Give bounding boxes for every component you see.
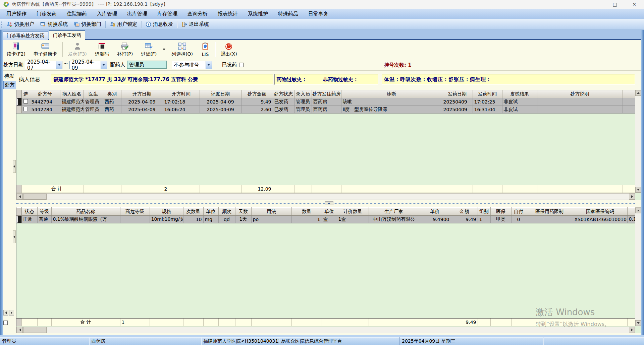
menu-daily-affairs[interactable]: 日常事务: [303, 11, 333, 17]
col-drug-name[interactable]: 药品名称: [51, 208, 120, 216]
grid2-collapse-handle[interactable]: [13, 230, 16, 243]
filter-button[interactable]: 过滤(F): [137, 41, 161, 59]
menu-inventory[interactable]: 库存管理: [152, 11, 182, 17]
column-select-button[interactable]: 列选择(O): [167, 41, 197, 59]
menu-query-analysis[interactable]: 查询分析: [182, 11, 213, 17]
toolbar-grip[interactable]: [1, 21, 2, 28]
prescription-vscrollbar[interactable]: [635, 90, 641, 193]
menu-special-drugs[interactable]: 特殊药品: [273, 11, 303, 17]
prescription-row[interactable]: 5442784 福建师范大 管理员 西药 2025-04-09 16:06:24…: [16, 106, 635, 114]
col-qty[interactable]: 数量: [291, 208, 322, 216]
col-status[interactable]: 状态: [21, 208, 37, 216]
col-route[interactable]: 用法: [251, 208, 291, 216]
switch-department-button[interactable]: 切换部门: [71, 20, 104, 29]
menu-inbound[interactable]: 入库管理: [92, 11, 122, 17]
splitter-collapse-button[interactable]: [325, 201, 333, 205]
col-dose-unit[interactable]: 单位: [203, 208, 218, 216]
col-price-qty[interactable]: 计价数量: [337, 208, 369, 216]
col-spec[interactable]: 规格: [150, 208, 183, 216]
col-rx-amount[interactable]: 处方金额: [241, 90, 273, 98]
date-from-select[interactable]: 2025-04-07: [25, 61, 62, 69]
maximize-button[interactable]: □: [605, 0, 625, 9]
dropdown-button[interactable]: [101, 61, 107, 69]
exit-system-button[interactable]: 退出系统: [178, 20, 212, 29]
rx-panel-button[interactable]: 处方: [3, 81, 16, 89]
menu-system-maintenance[interactable]: 系统维护: [243, 11, 273, 17]
scroll-up-button[interactable]: [635, 208, 641, 213]
scroll-left-button[interactable]: [17, 327, 23, 333]
col-target-pharmacy[interactable]: 处方发往药房: [312, 90, 341, 98]
col-select[interactable]: 选: [21, 90, 30, 98]
col-frequency[interactable]: 频次: [218, 208, 235, 216]
col-diagnosis[interactable]: 诊断: [341, 90, 442, 98]
scroll-down-button[interactable]: [635, 320, 641, 326]
menu-outbound[interactable]: 出库管理: [122, 11, 152, 17]
prescription-row[interactable]: 5442794 福建师范大 管理员 西药 2025-04-09 17:02:18…: [16, 98, 635, 106]
scroll-thumb[interactable]: [23, 327, 47, 333]
col-rx-time[interactable]: 开方时间: [163, 90, 200, 98]
row-select-checkbox[interactable]: [23, 99, 28, 104]
col-category[interactable]: 类别: [103, 90, 121, 98]
col-days[interactable]: 天数: [235, 208, 251, 216]
user-lock-button[interactable]: 用户锁定: [107, 20, 140, 29]
menu-user-ops[interactable]: 用户操作: [1, 11, 32, 17]
col-dispense-time[interactable]: 发药时间: [473, 90, 502, 98]
drug-row[interactable]: 正常 普通 0.1%玻璃酸钠滴眼液（万 10ml:10mg/支 10 mg qd…: [16, 216, 635, 223]
col-skin-test[interactable]: 皮试结果: [502, 90, 537, 98]
dispensed-checkbox[interactable]: [239, 63, 244, 67]
col-doctor[interactable]: 医生: [84, 90, 103, 98]
col-rx-note[interactable]: 处方说明: [537, 90, 623, 98]
col-unit-price[interactable]: 单价: [419, 208, 451, 216]
col-high-risk[interactable]: 高危等级: [120, 208, 150, 216]
col-entry-clerk[interactable]: 录入员: [294, 90, 312, 98]
exit-button[interactable]: 退出(X): [217, 41, 241, 59]
queue-select[interactable]: 不参与排号: [172, 61, 212, 69]
col-insurance[interactable]: 医保: [490, 208, 511, 216]
scroll-right-button[interactable]: [629, 194, 635, 200]
col-rx-date[interactable]: 开方日期: [121, 90, 163, 98]
col-self-pay[interactable]: 自付: [511, 208, 526, 216]
scroll-right-button[interactable]: [629, 327, 635, 333]
drug-hscrollbar[interactable]: [16, 327, 635, 333]
minimize-button[interactable]: —: [586, 0, 605, 9]
col-insurance-limit[interactable]: 医保用药限制: [526, 208, 573, 216]
col-billing-date[interactable]: 记账日期: [200, 90, 241, 98]
col-manufacturer[interactable]: 生产厂家: [369, 208, 419, 216]
grid1-collapse-handle[interactable]: [13, 160, 16, 173]
col-dose-qty[interactable]: 次数量: [183, 208, 203, 216]
dropdown-button[interactable]: [206, 61, 212, 69]
scroll-left-button[interactable]: [17, 194, 23, 200]
col-rx-status[interactable]: 处方状态: [273, 90, 294, 98]
date-to-select[interactable]: 2025-04-09: [69, 61, 107, 69]
col-grade[interactable]: 等级: [37, 208, 51, 216]
message-button[interactable]: 消息收发: [143, 20, 176, 29]
lis-button[interactable]: LIS: [197, 41, 214, 59]
menu-inpatient-dispense[interactable]: 住院摆药: [62, 11, 92, 17]
col-national-code[interactable]: 国家医保编码: [573, 208, 627, 216]
dropdown-button[interactable]: [56, 61, 62, 69]
read-card-button[interactable]: 读卡(F2): [3, 41, 30, 59]
menu-outpatient-dispense[interactable]: 门诊发药: [32, 11, 62, 17]
col-patient-name[interactable]: 病人姓名: [60, 90, 84, 98]
tab-manual-dispense[interactable]: 门诊手工发药: [49, 30, 85, 40]
trace-code-button[interactable]: 追溯码: [91, 41, 113, 59]
switch-user-button[interactable]: 切换用户: [4, 20, 37, 29]
close-button[interactable]: ✕: [625, 0, 644, 9]
reprint-button[interactable]: 补打(P): [113, 41, 137, 59]
dispenser-input[interactable]: 管理员: [127, 61, 167, 69]
col-rx-number[interactable]: 处方号: [30, 90, 60, 98]
scroll-up-button[interactable]: [635, 90, 641, 96]
tab-narcotic-rx-dispense[interactable]: 门诊毒麻处方发药: [3, 31, 48, 40]
switch-system-button[interactable]: 切换系统: [37, 20, 71, 29]
scroll-down-button[interactable]: [635, 187, 641, 193]
side-option-checkbox[interactable]: [3, 321, 8, 325]
prescription-hscrollbar[interactable]: [16, 193, 635, 200]
col-group[interactable]: 组别: [478, 208, 490, 216]
grid-splitter[interactable]: [16, 201, 635, 206]
nav-next-button[interactable]: [9, 310, 14, 316]
scroll-thumb[interactable]: [23, 194, 47, 200]
nav-prev-button[interactable]: [3, 310, 8, 316]
col-unit[interactable]: 单位: [322, 208, 337, 216]
col-dispense-date[interactable]: 发药日期: [442, 90, 473, 98]
filter-dropdown-button[interactable]: [161, 43, 167, 56]
